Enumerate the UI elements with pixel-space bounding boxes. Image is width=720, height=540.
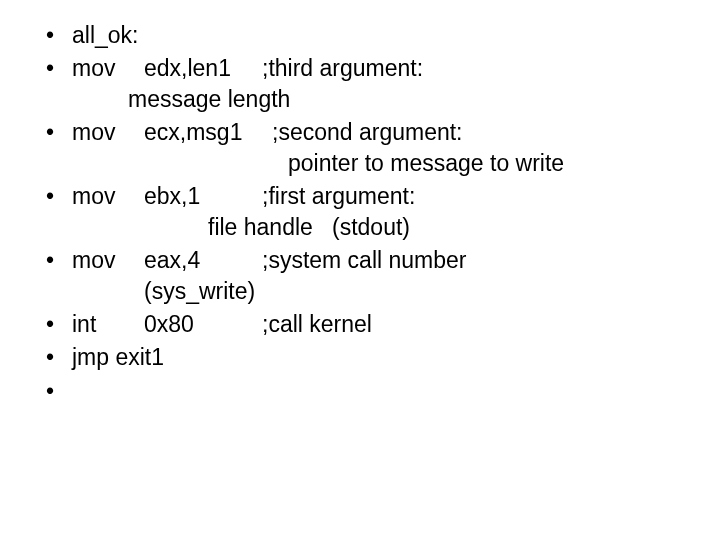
code-text: all_ok: xyxy=(72,22,138,48)
code-text: ebx,1 xyxy=(144,181,262,212)
code-text xyxy=(72,378,78,404)
code-text: ;second argument: xyxy=(272,119,463,145)
list-item: jmp exit1 xyxy=(36,342,700,373)
code-text: ;first argument: xyxy=(262,183,415,209)
list-item: movebx,1;first argument: file handle (st… xyxy=(36,181,700,243)
code-text: file handle xyxy=(108,212,313,243)
code-text: jmp exit1 xyxy=(72,344,164,370)
code-text: ;third argument: xyxy=(262,55,423,81)
code-text: mov xyxy=(72,245,144,276)
code-text: message length xyxy=(108,84,290,115)
list-item: int0x80;call kernel xyxy=(36,309,700,340)
list-item: movecx,msg1;second argument: pointer to … xyxy=(36,117,700,179)
code-text: mov xyxy=(72,53,144,84)
code-text: ecx,msg1 xyxy=(144,117,272,148)
list-item xyxy=(36,376,700,407)
code-text: (stdout) xyxy=(332,214,410,240)
code-text: ;system call number xyxy=(262,247,467,273)
code-text: 0x80 xyxy=(144,309,262,340)
code-text: int xyxy=(72,309,144,340)
list-item: all_ok: xyxy=(36,20,700,51)
code-text: eax,4 xyxy=(144,245,262,276)
list-item: moveax,4;system call number (sys_write) xyxy=(36,245,700,307)
slide: all_ok: movedx,len1;third argument: mess… xyxy=(0,0,720,407)
code-text: mov xyxy=(72,117,144,148)
bullet-list: all_ok: movedx,len1;third argument: mess… xyxy=(36,20,700,407)
code-text: ;call kernel xyxy=(262,311,372,337)
code-text: mov xyxy=(72,181,144,212)
code-text: (sys_write) xyxy=(108,276,255,307)
code-text: edx,len1 xyxy=(144,53,262,84)
code-text: pointer to message to write xyxy=(108,148,564,179)
list-item: movedx,len1;third argument: message leng… xyxy=(36,53,700,115)
